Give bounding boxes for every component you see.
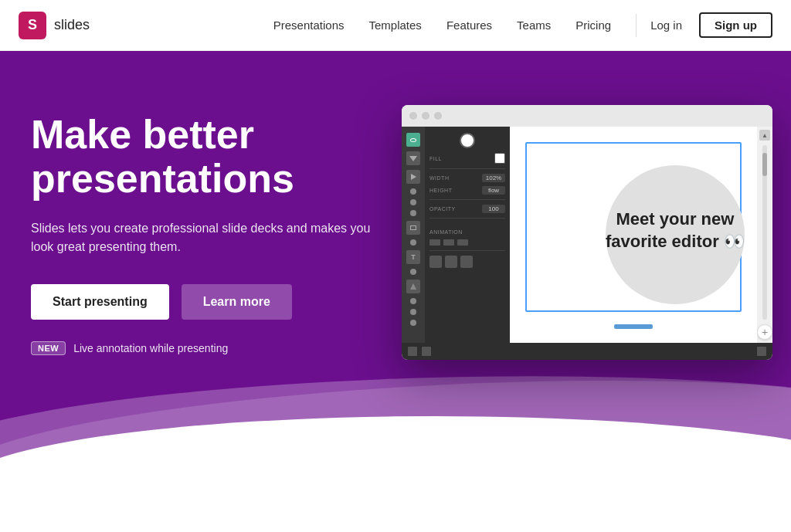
tool-pencil xyxy=(406,280,420,293)
editor-properties: FILL WIDTH 102% HEIGHT flow OPACITY xyxy=(425,127,510,343)
tool-cursor xyxy=(406,151,420,165)
prop-animation: ANIMATION xyxy=(429,223,505,246)
bottom-icon-2 xyxy=(422,347,431,356)
bottom-icon-1 xyxy=(408,347,417,356)
prop-actions-row xyxy=(429,256,505,268)
new-badge: NEW xyxy=(31,341,66,355)
titlebar-dot-green xyxy=(434,112,442,120)
tool-dot-5 xyxy=(410,269,416,275)
canvas-bar xyxy=(614,324,653,329)
tool-play xyxy=(406,170,420,184)
bottom-icon-3 xyxy=(757,347,766,356)
fill-swatch xyxy=(494,153,505,164)
logo-area[interactable]: S slides xyxy=(19,12,90,39)
tool-dot-6 xyxy=(410,298,416,304)
tool-dot-4 xyxy=(410,239,416,246)
tool-square xyxy=(406,221,420,235)
editor-bottom-bar xyxy=(402,343,772,360)
tool-dot-7 xyxy=(410,309,416,315)
tool-dot-2 xyxy=(410,199,416,205)
slide-canvas: Meet your new favorite editor 👀 xyxy=(510,127,757,343)
hero-right: T FILL xyxy=(402,97,772,360)
prop-row-height: HEIGHT flow xyxy=(429,186,505,195)
signup-button[interactable]: Sign up xyxy=(699,12,772,38)
hero-buttons: Start presenting Learn more xyxy=(31,284,402,320)
nav-presentations[interactable]: Presentations xyxy=(273,19,345,32)
wave-decoration-3 xyxy=(0,416,791,532)
canvas-editor-text: Meet your new favorite editor 👀 xyxy=(606,208,745,252)
prop-divider-2 xyxy=(429,199,505,200)
prop-row-fill: FILL xyxy=(429,153,505,164)
editor-toolbar: T xyxy=(402,127,425,343)
titlebar-dot-red xyxy=(409,112,417,120)
tool-eye xyxy=(406,133,420,147)
scroll-up-btn: ▲ xyxy=(759,130,770,141)
hero-left: Make better presentations Slides lets yo… xyxy=(31,97,402,355)
logo-icon: S xyxy=(19,12,46,39)
titlebar-dot-yellow xyxy=(422,112,429,120)
tool-dot-8 xyxy=(410,320,416,326)
nav-actions: Log in Sign up xyxy=(643,12,772,38)
editor-preview: T FILL xyxy=(402,105,772,360)
prop-row-opacity: OPACITY 100 xyxy=(429,205,505,213)
login-button[interactable]: Log in xyxy=(643,14,690,36)
editor-body: T FILL xyxy=(402,127,772,343)
nav-pricing[interactable]: Pricing xyxy=(575,19,611,32)
editor-titlebar xyxy=(402,105,772,127)
tool-dot-3 xyxy=(410,210,416,216)
new-badge-row: NEW Live annotation while presenting xyxy=(31,341,402,355)
hero-subtitle: Slides lets you create professional slid… xyxy=(31,219,371,256)
start-presenting-button[interactable]: Start presenting xyxy=(31,284,169,320)
tool-text: T xyxy=(406,250,420,264)
nav-divider xyxy=(636,14,637,37)
tool-dot-1 xyxy=(410,188,416,195)
prop-color-circle xyxy=(460,133,475,148)
hero-title: Make better presentations xyxy=(31,113,402,201)
nav-teams[interactable]: Teams xyxy=(517,19,551,32)
add-element-button[interactable]: + xyxy=(757,324,772,340)
scroll-thumb xyxy=(762,153,767,176)
navbar: S slides Presentations Templates Feature… xyxy=(0,0,791,51)
prop-divider-1 xyxy=(429,168,505,169)
prop-row-width: WIDTH 102% xyxy=(429,174,505,182)
nav-links: Presentations Templates Features Teams P… xyxy=(273,19,611,32)
prop-divider-4 xyxy=(429,250,505,251)
editor-scrollbar: ▲ + xyxy=(757,127,772,343)
badge-description: Live annotation while presenting xyxy=(73,342,228,354)
logo-text: slides xyxy=(54,17,90,33)
nav-templates[interactable]: Templates xyxy=(369,19,422,32)
prop-divider-3 xyxy=(429,218,505,219)
scroll-track xyxy=(762,145,767,320)
hero-section: Make better presentations Slides lets yo… xyxy=(0,51,791,532)
learn-more-button[interactable]: Learn more xyxy=(182,284,292,320)
nav-features[interactable]: Features xyxy=(446,19,492,32)
